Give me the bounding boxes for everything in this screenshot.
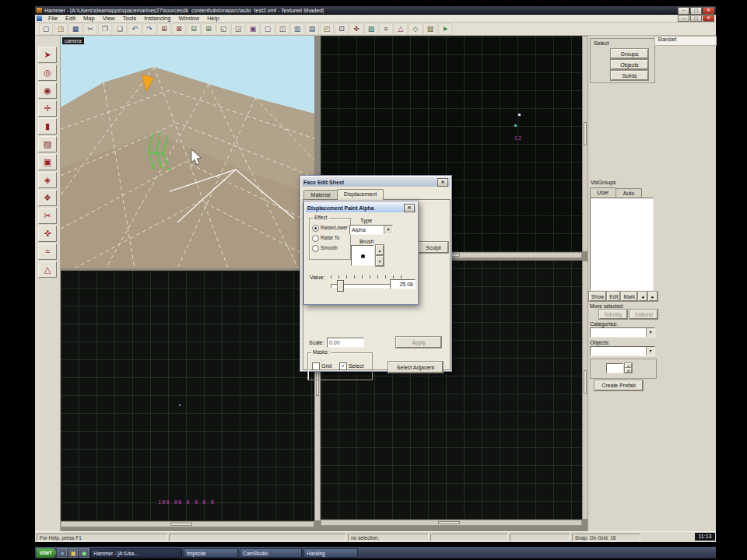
selection-tool-icon[interactable]: ➤ — [38, 47, 57, 63]
clipping-tool-icon[interactable]: ✂ — [38, 208, 57, 224]
taskbar-task-button[interactable]: Hammer - [A:\Usa... — [90, 548, 182, 558]
larger-grid-icon[interactable]: ⊞ — [202, 23, 216, 35]
apply-button[interactable]: Apply — [396, 337, 441, 348]
scale-input[interactable]: 0.00 — [327, 338, 364, 348]
entity-tool-icon[interactable]: ✛ — [38, 100, 57, 117]
face-edit-titlebar[interactable]: Face Edit Sheet ✕ — [302, 177, 450, 187]
magnify-tool-icon[interactable]: ◎ — [38, 65, 57, 81]
toggle-texture-tool-icon[interactable]: ▨ — [38, 136, 57, 152]
visgroup-button[interactable]: Show — [589, 292, 606, 301]
selection-mode-button[interactable]: Groups — [611, 49, 648, 58]
brush-preview[interactable] — [351, 245, 374, 266]
mdi-close-icon[interactable]: ✕ — [703, 15, 714, 22]
scrollbar-thumb[interactable] — [584, 122, 587, 145]
select-checkbox[interactable]: Select — [339, 362, 363, 370]
folder-icon[interactable]: ▣ — [68, 548, 78, 558]
radio-raise-lower[interactable]: Raise/Lower — [312, 225, 348, 232]
model-fade-icon[interactable]: ◇ — [409, 23, 423, 35]
visgroup-list[interactable] — [590, 198, 654, 291]
menu-item[interactable]: Map — [79, 15, 99, 23]
paste-icon[interactable]: ❏ — [113, 23, 127, 35]
scrollbar-thumb[interactable] — [584, 370, 587, 394]
detail-objects-icon[interactable]: ▧ — [423, 23, 437, 35]
paint-alpha-titlebar[interactable]: Displacement Paint Alpha ✕ — [306, 203, 416, 212]
visgroup-left-button[interactable]: ◂ — [638, 292, 647, 301]
decal-tool-icon[interactable]: ◈ — [38, 172, 57, 188]
radio-raise-to[interactable]: Raise To — [312, 235, 339, 242]
hide-selected-icon[interactable]: ▥ — [290, 23, 304, 35]
close-icon[interactable]: ✕ — [703, 7, 714, 15]
taskbar-task-button[interactable]: CamStudio — [240, 548, 302, 558]
ungroup-icon[interactable]: ▢ — [261, 23, 275, 35]
maximize-icon[interactable]: ▢ — [690, 7, 702, 15]
select-touching-icon[interactable]: ⊡ — [335, 23, 349, 35]
vertex-tool-icon[interactable]: ✜ — [38, 226, 57, 242]
sculpt-button[interactable]: Sculpt — [419, 242, 448, 253]
load-window-state-icon[interactable]: ◱ — [216, 23, 230, 35]
scrollbar-horizontal[interactable] — [321, 520, 582, 526]
copy-icon[interactable]: ❐ — [98, 23, 112, 35]
ignore-groups-icon[interactable]: ◫ — [275, 23, 289, 35]
texture-lock-icon[interactable]: ▨ — [364, 23, 378, 35]
menu-item[interactable]: Instancing — [140, 15, 174, 23]
slider-thumb[interactable] — [337, 280, 344, 292]
window-titlebar[interactable]: Hammer - [A:\Users\steamapps\spacemarine… — [35, 6, 716, 15]
menu-item[interactable]: Help — [203, 15, 223, 23]
spinner-down-icon[interactable]: ▾ — [625, 368, 632, 373]
scrollbar-horizontal[interactable] — [61, 521, 314, 527]
displacement-mask-icon[interactable]: △ — [394, 23, 408, 35]
redo-icon[interactable]: ↷ — [142, 23, 156, 35]
path-tool-icon[interactable]: ≈ — [38, 243, 57, 260]
run-map-icon[interactable]: ➤ — [438, 23, 452, 35]
overlay-tool-icon[interactable]: ❖ — [38, 190, 57, 206]
menu-item[interactable]: Edit — [61, 15, 79, 23]
visgroup-tab-user[interactable]: User — [590, 187, 616, 198]
displacement-tool-icon[interactable]: △ — [38, 261, 57, 278]
scrollbar-thumb[interactable] — [438, 521, 460, 524]
toggle-grid-icon[interactable]: ⊞ — [157, 23, 171, 35]
cordon-icon[interactable]: ◰ — [320, 23, 334, 35]
smaller-grid-icon[interactable]: ⊟ — [187, 23, 201, 35]
menu-item[interactable]: Window — [174, 15, 203, 23]
categories-dropdown[interactable]: ▾ — [590, 327, 655, 338]
visgroup-right-button[interactable]: ▸ — [648, 292, 658, 301]
group-icon[interactable]: ▣ — [246, 23, 260, 35]
close-icon[interactable]: ✕ — [437, 178, 448, 187]
to-world-button[interactable]: ToWorld — [630, 310, 658, 319]
taskbar-task-button[interactable]: tmpsclar — [184, 548, 238, 558]
hide-unselected-icon[interactable]: ▤ — [305, 23, 319, 35]
visgroup-button[interactable]: Mark — [621, 292, 637, 301]
new-file-icon[interactable]: ▢ — [39, 23, 53, 35]
visgroup-tab-auto[interactable]: Auto — [615, 188, 642, 198]
brush-spinner-up-icon[interactable]: ▴ — [376, 245, 384, 255]
objects-dropdown[interactable]: ▾ — [590, 346, 655, 356]
block-tool-icon[interactable]: ▮ — [38, 118, 57, 135]
selection-mode-button[interactable]: Objects — [611, 60, 648, 69]
browser-icon[interactable]: e — [58, 548, 67, 558]
select-adjacent-button[interactable]: Select Adjacent — [388, 362, 443, 373]
apply-texture-tool-icon[interactable]: ▣ — [38, 154, 57, 170]
taskbar-task-button[interactable]: Hacking — [303, 548, 358, 558]
value-input[interactable]: 25.08 — [390, 279, 416, 289]
radio-smooth[interactable]: Smooth — [312, 245, 338, 252]
menu-item[interactable]: File — [44, 15, 61, 23]
mdi-restore-icon[interactable]: ▢ — [690, 15, 702, 22]
media-icon[interactable]: ◉ — [79, 548, 89, 558]
create-prefab-button[interactable]: Create Prefab — [594, 380, 643, 390]
viewport-2d-bottom-left[interactable]: 188 88 8 8 8 8 — [61, 271, 314, 521]
save-file-icon[interactable]: ▦ — [68, 23, 82, 35]
viewport-3d[interactable]: camera — [61, 36, 314, 268]
toggle-3d-grid-icon[interactable]: ⊠ — [172, 23, 186, 35]
menu-item[interactable]: Tools — [119, 15, 141, 23]
menu-item[interactable]: View — [99, 15, 119, 23]
minimize-icon[interactable]: – — [678, 7, 689, 15]
open-file-icon[interactable]: ◳ — [54, 23, 68, 35]
prefab-input[interactable] — [606, 363, 623, 373]
cut-icon[interactable]: ✂ — [83, 23, 97, 35]
scrollbar-thumb[interactable] — [170, 523, 192, 526]
close-icon[interactable]: ✕ — [404, 204, 415, 212]
to-entity-button[interactable]: ToEntity — [599, 310, 627, 319]
brush-spinner-down-icon[interactable]: ▾ — [376, 256, 384, 266]
mdi-minimize-icon[interactable]: – — [678, 15, 689, 22]
tab-displacement[interactable]: Displacement — [337, 189, 384, 200]
